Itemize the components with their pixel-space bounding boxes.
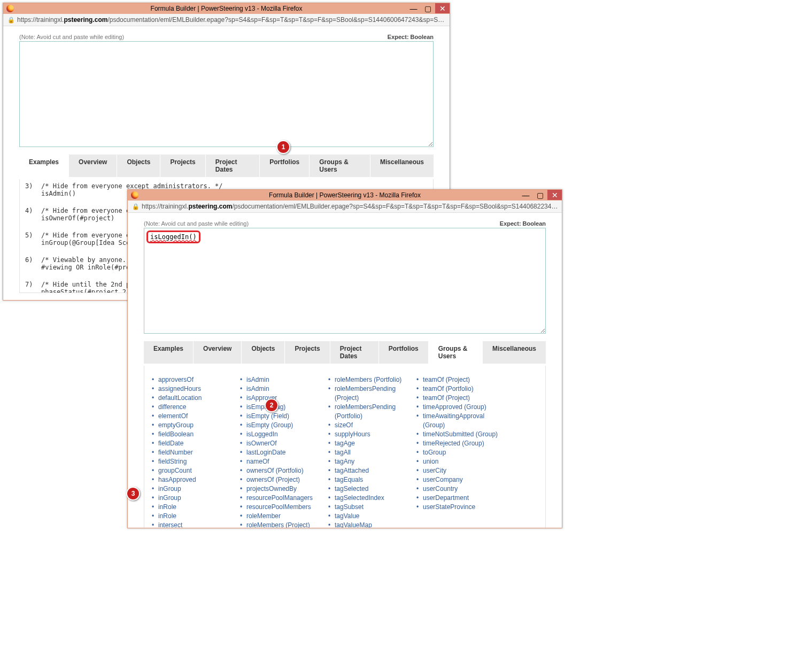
formula-editor[interactable]: isLoggedIn(): [144, 228, 546, 334]
tab-groups-users[interactable]: Groups & Users: [428, 341, 482, 364]
function-link[interactable]: tagSelectedIndex: [328, 494, 416, 503]
function-link[interactable]: hasApproved: [152, 475, 240, 484]
function-link[interactable]: roleMember: [240, 512, 328, 521]
tab-portfolios[interactable]: Portfolios: [378, 341, 428, 364]
function-link[interactable]: isEmpty (Tag): [240, 403, 328, 412]
tab-examples[interactable]: Examples: [144, 341, 193, 364]
function-link[interactable]: sizeOf: [328, 421, 416, 430]
tab-projects[interactable]: Projects: [284, 341, 329, 364]
minimize-button[interactable]: —: [519, 190, 533, 200]
function-link[interactable]: inGroup: [152, 484, 240, 494]
close-button[interactable]: ✕: [435, 3, 450, 13]
function-link[interactable]: timeRejected (Group): [416, 439, 505, 448]
function-link[interactable]: emptyGroup: [152, 421, 240, 430]
function-link[interactable]: tagEquals: [328, 475, 416, 484]
function-link[interactable]: groupCount: [152, 466, 240, 475]
function-link[interactable]: difference: [152, 403, 240, 412]
function-link[interactable]: roleMembersPending (Portfolio): [328, 403, 416, 421]
function-link[interactable]: fieldDate: [152, 439, 240, 448]
callout-2: 2: [265, 398, 279, 412]
function-link[interactable]: tagAll: [328, 448, 416, 457]
function-link[interactable]: fieldBoolean: [152, 430, 240, 439]
function-link[interactable]: toGroup: [416, 448, 505, 457]
function-link[interactable]: tagAge: [328, 439, 416, 448]
function-link[interactable]: timeApproved (Group): [416, 403, 505, 412]
function-link[interactable]: timeNotSubmitted (Group): [416, 430, 505, 439]
function-link[interactable]: fieldNumber: [152, 448, 240, 457]
tab-portfolios[interactable]: Portfolios: [259, 155, 309, 177]
function-link[interactable]: supplyHours: [328, 430, 416, 439]
function-link[interactable]: defaultLocation: [152, 394, 240, 403]
function-link[interactable]: roleMembersPending (Project): [328, 384, 416, 403]
tab-overview[interactable]: Overview: [193, 341, 241, 364]
tab-examples[interactable]: Examples: [19, 155, 68, 177]
tab-overview[interactable]: Overview: [68, 155, 117, 177]
tab-objects[interactable]: Objects: [117, 155, 160, 177]
maximize-button[interactable]: ▢: [533, 190, 547, 200]
tab-miscellaneous[interactable]: Miscellaneous: [482, 341, 546, 364]
function-link[interactable]: userCountry: [416, 484, 505, 494]
tab-objects[interactable]: Objects: [241, 341, 284, 364]
lock-icon: 🔒: [132, 203, 140, 210]
function-link[interactable]: elementOf: [152, 412, 240, 421]
function-link[interactable]: ownersOf (Portfolio): [240, 466, 328, 475]
tab-project-dates[interactable]: Project Dates: [205, 155, 259, 177]
function-link[interactable]: tagAttached: [328, 466, 416, 475]
function-link[interactable]: tagSubset: [328, 503, 416, 512]
tab-groups-users[interactable]: Groups & Users: [309, 155, 370, 177]
function-link[interactable]: resourcePoolManagers: [240, 494, 328, 503]
function-link[interactable]: lastLoginDate: [240, 448, 328, 457]
function-link[interactable]: inRole: [152, 512, 240, 521]
function-link[interactable]: fieldString: [152, 457, 240, 466]
function-link[interactable]: inGroup: [152, 494, 240, 503]
function-link[interactable]: isApprover: [240, 394, 328, 403]
function-link[interactable]: intersect: [152, 521, 240, 528]
function-link[interactable]: isEmpty (Group): [240, 421, 328, 430]
function-link[interactable]: roleMembers (Project): [240, 521, 328, 528]
maximize-button[interactable]: ▢: [421, 3, 435, 13]
editor-note: (Note: Avoid cut and paste while editing…: [144, 220, 249, 227]
function-link[interactable]: tagValueMap: [328, 521, 416, 528]
function-link[interactable]: union: [416, 457, 505, 466]
close-button[interactable]: ✕: [547, 190, 562, 200]
function-link[interactable]: userCity: [416, 466, 505, 475]
function-link[interactable]: projectsOwnedBy: [240, 484, 328, 494]
function-link[interactable]: teamOf (Project): [416, 375, 505, 384]
function-link[interactable]: isOwnerOf: [240, 439, 328, 448]
function-link[interactable]: isAdmin: [240, 375, 328, 384]
function-link[interactable]: approversOf: [152, 375, 240, 384]
function-link[interactable]: isLoggedIn: [240, 430, 328, 439]
function-link[interactable]: nameOf: [240, 457, 328, 466]
function-link[interactable]: tagValue: [328, 512, 416, 521]
function-link[interactable]: resourcePoolMembers: [240, 503, 328, 512]
function-link[interactable]: tagSelected: [328, 484, 416, 494]
function-link[interactable]: tagAny: [328, 457, 416, 466]
tab-project-dates[interactable]: Project Dates: [330, 341, 378, 364]
window-titlebar: Formula Builder | PowerSteering v13 - Mo…: [128, 190, 562, 200]
editor-note: (Note: Avoid cut and paste while editing…: [19, 34, 124, 40]
function-link[interactable]: userDepartment: [416, 494, 505, 503]
function-link[interactable]: assignedHours: [152, 384, 240, 394]
app-icon: [131, 191, 138, 199]
address-bar[interactable]: 🔒 https://trainingxl.psteering.com/psdoc…: [3, 13, 450, 26]
example-number: 3): [23, 182, 41, 197]
function-link[interactable]: roleMembers (Portfolio): [328, 375, 416, 384]
example-number: 5): [23, 232, 41, 247]
function-link[interactable]: userStateProvince: [416, 503, 505, 512]
function-link[interactable]: isAdmin: [240, 384, 328, 394]
minimize-button[interactable]: —: [406, 3, 421, 13]
function-link[interactable]: inRole: [152, 503, 240, 512]
address-bar[interactable]: 🔒 https://trainingxl.psteering.com/psdoc…: [128, 200, 562, 213]
function-link[interactable]: teamOf (Project): [416, 394, 505, 403]
tab-strip: ExamplesOverviewObjectsProjectsProject D…: [19, 155, 434, 177]
function-link[interactable]: timeAwaitingApproval (Group): [416, 412, 505, 430]
function-link[interactable]: teamOf (Portfolio): [416, 384, 505, 394]
window-title: Formula Builder | PowerSteering v13 - Mo…: [3, 5, 450, 12]
tab-miscellaneous[interactable]: Miscellaneous: [370, 155, 434, 177]
function-link[interactable]: isEmpty (Field): [240, 412, 328, 421]
function-link[interactable]: userCompany: [416, 475, 505, 484]
expect-label: Expect: Boolean: [500, 220, 546, 227]
tab-projects[interactable]: Projects: [160, 155, 205, 177]
formula-editor[interactable]: [19, 41, 434, 147]
function-link[interactable]: ownersOf (Project): [240, 475, 328, 484]
